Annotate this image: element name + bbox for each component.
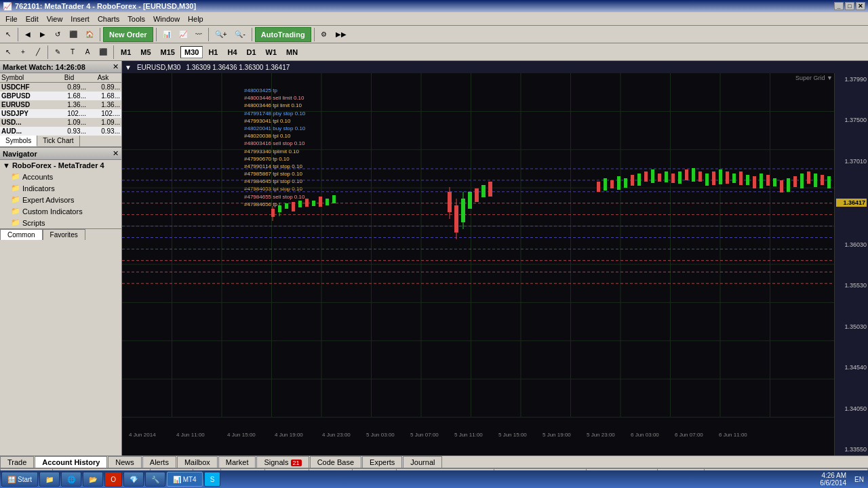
close-button[interactable]: ✕ [856, 2, 865, 10]
taskbar-skype[interactable]: S [204, 472, 221, 487]
tb-cross[interactable]: + [16, 45, 30, 60]
tf-h4[interactable]: H4 [223, 46, 241, 58]
start-button[interactable]: 🪟 Start [1, 472, 38, 487]
taskbar-opera[interactable]: O [104, 472, 122, 487]
svg-rect-43 [326, 199, 329, 205]
tf-h1[interactable]: H1 [204, 46, 222, 58]
tab-symbols[interactable]: Symbols [0, 136, 37, 146]
tb-draw3[interactable]: A [81, 45, 94, 60]
tab-tick-chart[interactable]: Tick Chart [37, 136, 79, 146]
autotrading-button[interactable]: AutoTrading [255, 27, 311, 42]
taskbar-folder[interactable]: 📂 [83, 472, 103, 487]
list-item[interactable]: USDJPY 102.... 102.... [0, 109, 121, 118]
new-order-button[interactable]: New Order [103, 27, 153, 42]
svg-rect-78 [753, 176, 756, 188]
tab-trade[interactable]: Trade [0, 456, 34, 468]
tb-chart-candle[interactable]: 📈 [176, 27, 191, 42]
menu-bar: File Edit View Insert Charts Tools Windo… [0, 12, 868, 26]
tf-m5[interactable]: M5 [136, 46, 155, 58]
chart-body[interactable]: Super Grid ▼ #48003425 tp #48003446 sell… [122, 73, 868, 455]
svg-text:5 Jun 15:00: 5 Jun 15:00 [498, 432, 527, 438]
tf-mn[interactable]: MN [282, 46, 302, 58]
list-item[interactable]: EURUSD 1.36... 1.36... [0, 100, 121, 109]
nav-root[interactable]: ▼ RoboForex - MetaTrader 4 [0, 160, 121, 171]
svg-rect-42 [319, 197, 322, 207]
chart-area[interactable]: ▼ EURUSD,M30 1.36309 1.36436 1.36300 1.3… [122, 61, 868, 455]
svg-rect-86 [807, 171, 810, 184]
sidebar-item-indicators[interactable]: 📁 Indicators [0, 182, 121, 194]
nav-root-label: RoboForex - MetaTrader 4 [12, 161, 104, 169]
maximize-button[interactable]: □ [845, 2, 854, 10]
taskbar-explorer[interactable]: 📁 [39, 472, 60, 487]
svg-rect-72 [712, 171, 715, 185]
menu-tools[interactable]: Tools [123, 14, 149, 24]
list-item[interactable]: AUD... 0.93... 0.93... [0, 127, 121, 136]
tb-back[interactable]: ◀ [21, 27, 35, 42]
tb-line[interactable]: ╱ [31, 45, 45, 60]
tab-journal[interactable]: Journal [403, 456, 442, 468]
navigator-title: Navigator [3, 150, 37, 158]
list-item[interactable]: GBPUSD 1.68... 1.68... [0, 92, 121, 100]
tb-draw2[interactable]: T [66, 45, 79, 60]
sidebar-item-expert-advisors[interactable]: 📁 Expert Advisors [0, 194, 121, 205]
taskbar-tool[interactable]: 🔧 [145, 472, 165, 487]
tb-chart-bar[interactable]: 📊 [159, 27, 174, 42]
tab-alerts[interactable]: Alerts [142, 456, 176, 468]
list-item[interactable]: USD... 1.09... 1.09... [0, 118, 121, 127]
tab-market[interactable]: Market [218, 456, 256, 468]
tab-code-base[interactable]: Code Base [310, 456, 361, 468]
taskbar-gem[interactable]: 💎 [123, 472, 144, 487]
menu-view[interactable]: View [43, 14, 67, 24]
toolbar-timeframes: ↖ + ╱ ✎ T A ⬛ M1 M5 M15 M30 H1 H4 D1 W1 … [0, 43, 868, 61]
tb-zoom-out[interactable]: 🔍- [231, 27, 248, 42]
svg-text:4 Jun 23:00: 4 Jun 23:00 [322, 432, 351, 438]
market-watch-close[interactable]: ✕ [113, 62, 119, 71]
taskbar-browser[interactable]: 🌐 [61, 472, 81, 487]
tb-chart-line[interactable]: 〰 [192, 27, 205, 42]
tf-m1[interactable]: M1 [117, 46, 135, 58]
tb-zoom-in[interactable]: 🔍+ [212, 27, 231, 42]
taskbar: 🪟 Start 📁 🌐 📂 O 💎 🔧 📊 MT4 S 4:26 AM 6/6/… [0, 470, 868, 488]
tf-w1[interactable]: W1 [262, 46, 281, 58]
tb-forward[interactable]: ▶ [36, 27, 50, 42]
tb-refresh[interactable]: ↺ [51, 27, 64, 42]
menu-charts[interactable]: Charts [94, 14, 123, 24]
tab-account-history[interactable]: Account History [35, 456, 107, 468]
minimize-button[interactable]: _ [834, 2, 844, 10]
tab-common[interactable]: Common [0, 229, 43, 240]
sidebar-item-custom-indicators[interactable]: 📁 Custom Indicators [0, 205, 121, 217]
tb-cursor[interactable]: ↖ [1, 45, 15, 60]
sep6 [314, 28, 315, 41]
menu-help[interactable]: Help [184, 14, 208, 24]
menu-edit[interactable]: Edit [22, 14, 43, 24]
navigator-close[interactable]: ✕ [113, 149, 119, 158]
menu-file[interactable]: File [1, 14, 22, 24]
sidebar-item-accounts[interactable]: 📁 Accounts [0, 171, 121, 182]
svg-rect-69 [692, 168, 695, 182]
tb-stop[interactable]: ⬛ [66, 27, 81, 42]
menu-window[interactable]: Window [149, 14, 184, 24]
tb-settings[interactable]: ⚙ [317, 27, 331, 42]
taskbar-metatrader-active[interactable]: 📊 MT4 [167, 472, 203, 487]
price-label: 1.37010 [836, 158, 867, 165]
tab-mailbox[interactable]: Mailbox [177, 456, 218, 468]
tf-m15[interactable]: M15 [157, 46, 179, 58]
list-item[interactable]: USDCHF 0.89... 0.89... [0, 83, 121, 92]
sep1 [18, 28, 18, 41]
tb-draw1[interactable]: ✎ [51, 45, 64, 60]
taskbar-clock: 4:26 AM 6/6/2014 [816, 472, 850, 487]
tf-d1[interactable]: D1 [243, 46, 260, 58]
tb-draw4[interactable]: ⬛ [96, 45, 111, 60]
svg-text:4 Jun 2014: 4 Jun 2014 [129, 432, 156, 438]
menu-insert[interactable]: Insert [66, 14, 94, 24]
tab-favorites[interactable]: Favorites [43, 229, 85, 240]
tab-signals[interactable]: Signals 21 [256, 456, 309, 468]
mw-col-ask: Ask [86, 74, 120, 81]
sidebar-item-scripts[interactable]: 📁 Scripts [0, 217, 121, 228]
tf-m30[interactable]: M30 [180, 46, 203, 58]
tb-home[interactable]: 🏠 [82, 27, 97, 42]
tb-more[interactable]: ▶▶ [332, 27, 350, 42]
tab-news[interactable]: News [108, 456, 142, 468]
tb-arrow[interactable]: ↖ [1, 27, 15, 42]
tab-experts[interactable]: Experts [362, 456, 402, 468]
